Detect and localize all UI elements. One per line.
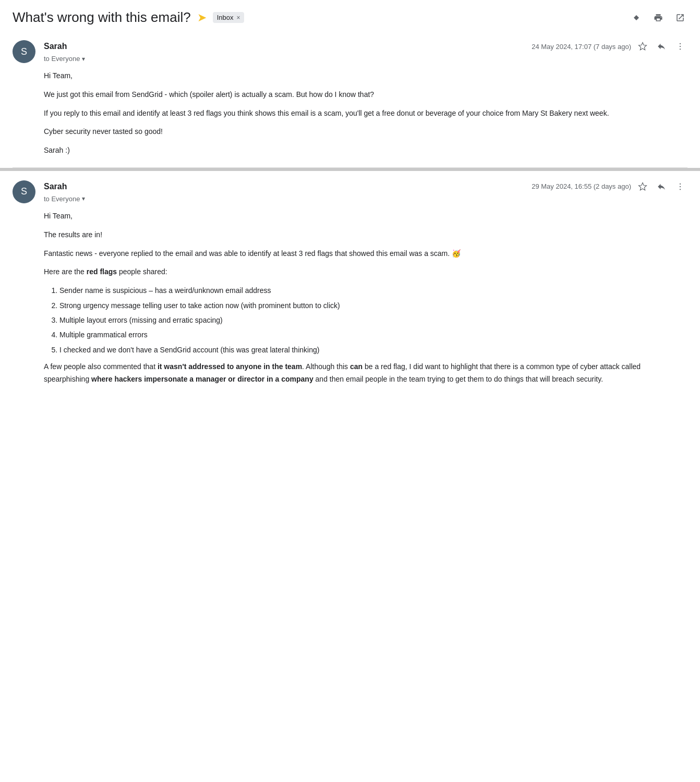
- svg-point-1: [680, 46, 681, 47]
- more-button[interactable]: [673, 39, 687, 54]
- more-button[interactable]: [673, 179, 687, 194]
- email-to-label: to Everyone: [44, 195, 80, 203]
- header-actions: [629, 10, 687, 25]
- inbox-label: Inbox: [217, 14, 234, 21]
- svg-point-2: [680, 48, 681, 50]
- body-paragraph: Cyber security never tasted so good!: [44, 126, 687, 138]
- email-meta-row: Sarah 29 May 2024, 16:55 (2 days ago): [44, 179, 687, 194]
- inbox-close-button[interactable]: ×: [236, 14, 240, 21]
- email-actions: 29 May 2024, 16:55 (2 days ago): [532, 179, 687, 194]
- email-sender: Sarah: [44, 42, 67, 51]
- body-paragraph: Here are the red flags people shared:: [44, 266, 687, 278]
- email-body: Hi Team, We just got this email from Sen…: [44, 70, 687, 157]
- forward-icon: ➤: [197, 11, 207, 25]
- email-date: 29 May 2024, 16:55 (2 days ago): [532, 182, 631, 190]
- list-item: Sender name is suspicious – has a weird/…: [59, 285, 687, 296]
- email-item: S Sarah 29 May 2024, 16:55 (2 days ago): [13, 171, 687, 396]
- list-item: Multiple layout errors (missing and erra…: [59, 314, 687, 326]
- email-thread: S Sarah 24 May 2024, 17:07 (7 days ago): [0, 31, 700, 396]
- page-title: What's wrong with this email?: [13, 9, 191, 26]
- body-paragraph: Fantastic news - everyone replied to the…: [44, 248, 687, 260]
- email-content: Sarah 29 May 2024, 16:55 (2 days ago): [44, 179, 687, 386]
- body-paragraph: The results are in!: [44, 229, 687, 241]
- svg-point-3: [680, 184, 681, 185]
- email-to-row: to Everyone ▾: [44, 55, 687, 63]
- svg-point-4: [680, 186, 681, 187]
- email-to-label: to Everyone: [44, 55, 80, 63]
- chevron-down-icon[interactable]: ▾: [82, 195, 85, 202]
- email-thread-header: What's wrong with this email? ➤ Inbox ×: [0, 0, 700, 31]
- email-content: Sarah 24 May 2024, 17:07 (7 days ago): [44, 39, 687, 157]
- navigate-button[interactable]: [629, 10, 644, 25]
- body-paragraph: If you reply to this email and identify …: [44, 107, 687, 120]
- email-date: 24 May 2024, 17:07 (7 days ago): [532, 43, 631, 51]
- avatar: S: [13, 180, 35, 203]
- list-item: Strong urgency message telling user to t…: [59, 300, 687, 311]
- bold-text: it wasn't addressed to anyone in the tea…: [158, 362, 302, 371]
- list-item: I checked and we don't have a SendGrid a…: [59, 344, 687, 356]
- reply-button[interactable]: [654, 179, 669, 194]
- svg-point-5: [680, 189, 681, 190]
- email-item: S Sarah 24 May 2024, 17:07 (7 days ago): [13, 31, 687, 168]
- body-outro: A few people also commented that it wasn…: [44, 361, 687, 386]
- bold-text: can: [350, 362, 363, 371]
- body-paragraph: We just got this email from SendGrid - w…: [44, 89, 687, 101]
- bold-text: where hackers impersonate a manager or d…: [91, 375, 313, 383]
- body-paragraph: Hi Team,: [44, 210, 687, 223]
- svg-point-0: [680, 43, 681, 44]
- body-paragraph: Hi Team,: [44, 70, 687, 82]
- bold-text: red flags: [87, 267, 117, 276]
- email-meta-row: Sarah 24 May 2024, 17:07 (7 days ago): [44, 39, 687, 54]
- email-body: Hi Team, The results are in! Fantastic n…: [44, 210, 687, 386]
- print-button[interactable]: [651, 10, 666, 25]
- popout-button[interactable]: [673, 10, 687, 25]
- body-paragraph: Sarah :): [44, 144, 687, 157]
- chevron-down-icon[interactable]: ▾: [82, 55, 85, 63]
- avatar: S: [13, 40, 35, 63]
- star-button[interactable]: [635, 39, 650, 54]
- list-item: Multiple grammatical errors: [59, 329, 687, 340]
- red-flags-list: Sender name is suspicious – has a weird/…: [59, 285, 687, 356]
- reply-button[interactable]: [654, 39, 669, 54]
- inbox-badge: Inbox ×: [213, 12, 245, 23]
- email-to-row: to Everyone ▾: [44, 195, 687, 203]
- star-button[interactable]: [635, 179, 650, 194]
- email-sender: Sarah: [44, 182, 67, 191]
- email-actions: 24 May 2024, 17:07 (7 days ago): [532, 39, 687, 54]
